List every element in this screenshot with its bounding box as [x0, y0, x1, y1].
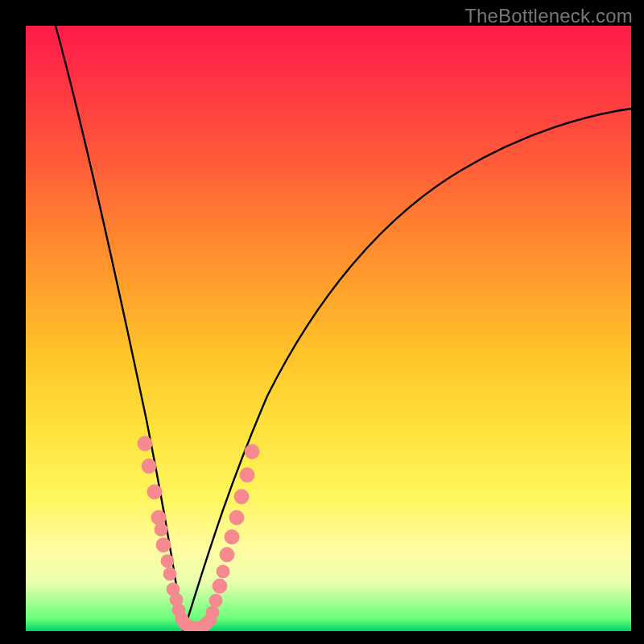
svg-point-2 [147, 485, 162, 499]
svg-point-6 [161, 555, 174, 568]
watermark-text: TheBottleneck.com [464, 5, 633, 27]
svg-point-1 [142, 459, 156, 473]
plot-area [26, 26, 631, 631]
chart-frame: TheBottleneck.com [0, 0, 644, 644]
svg-point-5 [156, 538, 171, 552]
marker-cluster-right [206, 444, 259, 619]
svg-point-25 [225, 530, 239, 544]
svg-point-28 [240, 468, 254, 482]
marker-cluster-left [138, 436, 192, 630]
svg-point-24 [220, 547, 234, 562]
svg-point-23 [217, 565, 229, 578]
bottleneck-curve [26, 26, 631, 631]
curve-right-branch [184, 109, 631, 631]
svg-point-26 [229, 510, 244, 525]
svg-point-0 [138, 436, 152, 451]
svg-point-7 [163, 568, 176, 580]
svg-point-22 [213, 579, 227, 593]
svg-point-4 [155, 523, 167, 536]
svg-point-29 [245, 444, 259, 459]
svg-point-3 [151, 510, 166, 525]
svg-point-27 [234, 489, 249, 504]
svg-point-20 [206, 606, 219, 619]
svg-point-21 [209, 594, 222, 607]
